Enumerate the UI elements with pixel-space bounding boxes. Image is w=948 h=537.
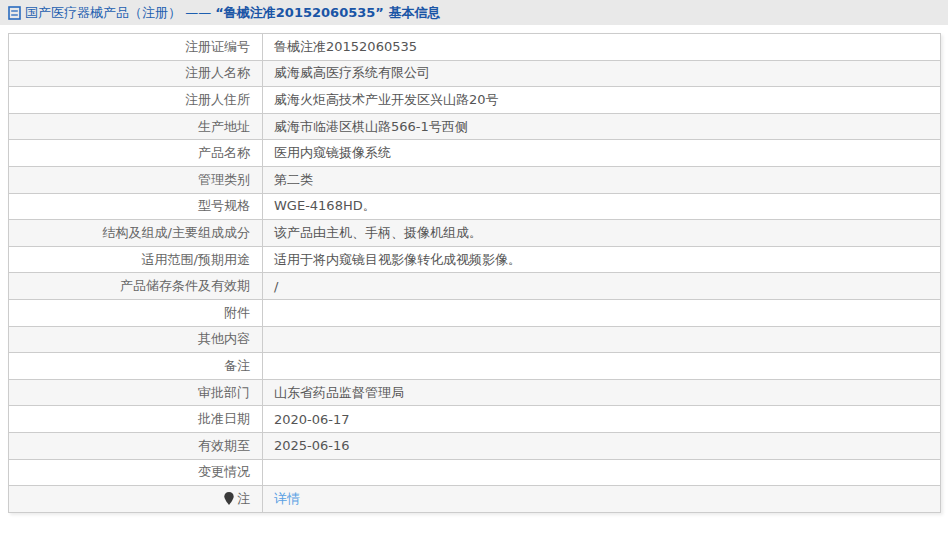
row-value-text: 威海火炬高技术产业开发区兴山路20号: [274, 92, 499, 107]
row-label-text: 注: [237, 491, 250, 506]
row-value-text: 威海威高医疗系统有限公司: [274, 65, 430, 80]
row-label: 注册证编号: [9, 34, 263, 61]
row-value: 医用内窥镜摄像系统: [263, 140, 941, 167]
page-title-registration-number: “鲁械注准20152060535”: [215, 5, 384, 20]
pin-icon: [224, 491, 237, 506]
row-label: 型号规格: [9, 193, 263, 220]
table-row: 注详情: [9, 486, 941, 513]
row-label-text: 注册人名称: [185, 65, 250, 80]
row-value: [263, 353, 941, 380]
row-value-text: 医用内窥镜摄像系统: [274, 145, 391, 160]
row-label-text: 有效期至: [198, 438, 250, 453]
row-value: 威海威高医疗系统有限公司: [263, 60, 941, 87]
row-value-text: WGE-4168HD。: [274, 198, 376, 213]
row-value: WGE-4168HD。: [263, 193, 941, 220]
details-link[interactable]: 详情: [274, 491, 300, 506]
row-label: 管理类别: [9, 166, 263, 193]
row-label-text: 适用范围/预期用途: [142, 252, 250, 267]
row-label-text: 变更情况: [198, 464, 250, 479]
row-value-text: 2020-06-17: [274, 412, 350, 427]
row-value-text: 威海市临港区棋山路566-1号西侧: [274, 119, 468, 134]
table-row: 管理类别第二类: [9, 166, 941, 193]
row-label: 产品储存条件及有效期: [9, 273, 263, 300]
table-row: 变更情况: [9, 459, 941, 486]
row-value: [263, 299, 941, 326]
row-value-text: 适用于将内窥镜目视影像转化成视频影像。: [274, 252, 521, 267]
row-label-text: 批准日期: [198, 411, 250, 426]
row-value-text: 山东省药品监督管理局: [274, 385, 404, 400]
row-label-text: 审批部门: [198, 385, 250, 400]
table-row: 生产地址威海市临港区棋山路566-1号西侧: [9, 113, 941, 140]
row-label-text: 注册证编号: [185, 39, 250, 54]
row-value: 2025-06-16: [263, 432, 941, 459]
page-title-suffix: 基本信息: [384, 5, 441, 20]
row-value: [263, 459, 941, 486]
row-label: 批准日期: [9, 406, 263, 433]
row-label-text: 型号规格: [198, 198, 250, 213]
row-label: 审批部门: [9, 379, 263, 406]
table-row: 结构及组成/主要组成成分该产品由主机、手柄、摄像机组成。: [9, 220, 941, 247]
row-value-text: 第二类: [274, 172, 313, 187]
table-row: 型号规格WGE-4168HD。: [9, 193, 941, 220]
row-value: 详情: [263, 486, 941, 513]
row-label-text: 管理类别: [198, 172, 250, 187]
row-label: 注册人住所: [9, 87, 263, 114]
row-label-text: 产品名称: [198, 145, 250, 160]
row-label-text: 其他内容: [198, 331, 250, 346]
row-label-text: 结构及组成/主要组成成分: [103, 225, 250, 240]
table-row: 批准日期2020-06-17: [9, 406, 941, 433]
row-label-text: 生产地址: [198, 119, 250, 134]
row-label: 适用范围/预期用途: [9, 246, 263, 273]
row-value: 该产品由主机、手柄、摄像机组成。: [263, 220, 941, 247]
row-label-text: 产品储存条件及有效期: [120, 278, 250, 293]
row-value-text: 2025-06-16: [274, 438, 350, 453]
page-header-bar: 国产医疗器械产品（注册） —— “鲁械注准20152060535” 基本信息: [0, 0, 948, 25]
row-label: 结构及组成/主要组成成分: [9, 220, 263, 247]
table-row: 有效期至2025-06-16: [9, 432, 941, 459]
document-icon: [8, 6, 21, 20]
row-label: 有效期至: [9, 432, 263, 459]
row-value: 威海火炬高技术产业开发区兴山路20号: [263, 87, 941, 114]
table-row: 注册证编号鲁械注准20152060535: [9, 34, 941, 61]
table-row: 其他内容: [9, 326, 941, 353]
row-value: 山东省药品监督管理局: [263, 379, 941, 406]
table-row: 附件: [9, 299, 941, 326]
row-label: 变更情况: [9, 459, 263, 486]
row-label-text: 附件: [224, 305, 250, 320]
row-value-text: 鲁械注准20152060535: [274, 39, 417, 54]
row-label-text: 备注: [224, 358, 250, 373]
row-label: 注册人名称: [9, 60, 263, 87]
row-value: 适用于将内窥镜目视影像转化成视频影像。: [263, 246, 941, 273]
table-row: 注册人住所威海火炬高技术产业开发区兴山路20号: [9, 87, 941, 114]
registration-info-table: 注册证编号鲁械注准20152060535注册人名称威海威高医疗系统有限公司注册人…: [8, 33, 941, 513]
row-label-text: 注册人住所: [185, 92, 250, 107]
table-row: 产品名称医用内窥镜摄像系统: [9, 140, 941, 167]
row-value-text: /: [274, 279, 278, 294]
table-row: 注册人名称威海威高医疗系统有限公司: [9, 60, 941, 87]
table-row: 产品储存条件及有效期/: [9, 273, 941, 300]
row-value: 2020-06-17: [263, 406, 941, 433]
row-label: 附件: [9, 299, 263, 326]
row-value: 第二类: [263, 166, 941, 193]
row-label: 备注: [9, 353, 263, 380]
row-value: 威海市临港区棋山路566-1号西侧: [263, 113, 941, 140]
row-label: 注: [9, 486, 263, 513]
row-value: /: [263, 273, 941, 300]
row-label: 生产地址: [9, 113, 263, 140]
page-title-prefix: 国产医疗器械产品（注册） ——: [25, 5, 215, 20]
row-label: 产品名称: [9, 140, 263, 167]
table-row: 适用范围/预期用途适用于将内窥镜目视影像转化成视频影像。: [9, 246, 941, 273]
page-title: 国产医疗器械产品（注册） —— “鲁械注准20152060535” 基本信息: [25, 4, 440, 22]
table-row: 审批部门山东省药品监督管理局: [9, 379, 941, 406]
row-value-text: 该产品由主机、手柄、摄像机组成。: [274, 225, 482, 240]
table-row: 备注: [9, 353, 941, 380]
row-value: [263, 326, 941, 353]
row-value: 鲁械注准20152060535: [263, 34, 941, 61]
row-label: 其他内容: [9, 326, 263, 353]
